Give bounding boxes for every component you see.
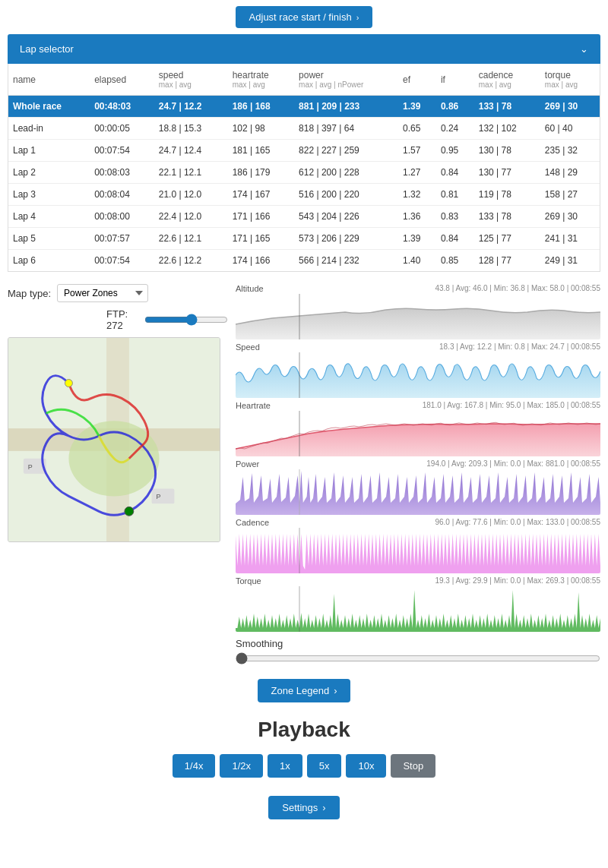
table-row[interactable]: Lap 500:07:5722.6 | 12.1171 | 165573 | 2… (8, 228, 600, 250)
heartrate-stats: 181.0 | Avg: 167.8 | Min: 95.0 | Max: 18… (423, 401, 600, 410)
cell-power: 612 | 200 | 228 (294, 162, 398, 184)
settings-chevron: › (322, 802, 325, 813)
cell-speed: 21.0 | 12.0 (154, 184, 228, 206)
table-row[interactable]: Lap 200:08:0322.1 | 12.1186 | 179612 | 2… (8, 162, 600, 184)
cell-speed: 22.6 | 12.2 (154, 250, 228, 272)
ftp-row: FTP: 272 (8, 308, 228, 331)
playback-quarter-btn[interactable]: 1/4x (173, 754, 216, 778)
cell-ef: 1.39 (398, 228, 436, 250)
cell-torque: 241 | 31 (540, 228, 600, 250)
cell-torque: 60 | 40 (540, 118, 600, 140)
cell-torque: 158 | 27 (540, 184, 600, 206)
map-type-select[interactable]: Power Zones Speed Heartrate Cadence (57, 284, 148, 302)
settings-label: Settings (282, 802, 318, 813)
cell-if: 0.85 (436, 250, 474, 272)
lap-table: name elapsed speedmax | avg heartratemax… (8, 64, 600, 271)
cell-elapsed: 00:08:04 (90, 184, 154, 206)
cell-speed: 22.1 | 12.1 (154, 162, 228, 184)
col-heartrate: heartratemax | avg (228, 64, 294, 96)
table-row[interactable]: Lead-in00:00:0518.8 | 15.3102 | 98818 | … (8, 118, 600, 140)
cell-heartrate: 186 | 179 (228, 162, 294, 184)
adjust-race-label: Adjust race start / finish (249, 11, 352, 23)
heartrate-chart-block: Heartrate 181.0 | Avg: 167.8 | Min: 95.0… (236, 401, 600, 456)
cell-name: Lap 2 (8, 162, 90, 184)
cell-heartrate: 186 | 168 (228, 96, 294, 118)
speed-chart-block: Speed 18.3 | Avg: 12.2 | Min: 0.8 | Max:… (236, 342, 600, 398)
col-cadence: cadencemax | avg (474, 64, 540, 96)
heartrate-chart-area (236, 411, 600, 456)
zone-legend-label: Zone Legend (271, 685, 330, 696)
cell-heartrate: 171 | 166 (228, 206, 294, 228)
cell-ef: 1.36 (398, 206, 436, 228)
cell-power: 543 | 204 | 226 (294, 206, 398, 228)
smoothing-slider[interactable] (236, 652, 600, 664)
playback-1x-btn[interactable]: 1x (268, 754, 302, 778)
altitude-chart-area (236, 294, 600, 339)
smoothing-label: Smoothing (236, 638, 600, 649)
cell-ef: 0.65 (398, 118, 436, 140)
cell-if: 0.95 (436, 140, 474, 162)
table-row[interactable]: Lap 100:07:5424.7 | 12.4181 | 165822 | 2… (8, 140, 600, 162)
col-speed: speedmax | avg (154, 64, 228, 96)
cell-power: 516 | 200 | 220 (294, 184, 398, 206)
altitude-svg (236, 294, 600, 339)
lap-table-head: name elapsed speedmax | avg heartratemax… (8, 64, 600, 96)
ftp-slider[interactable] (144, 314, 228, 326)
cell-power: 881 | 209 | 233 (294, 96, 398, 118)
cell-cadence: 130 | 77 (474, 162, 540, 184)
lap-table-wrapper: name elapsed speedmax | avg heartratemax… (8, 64, 600, 272)
settings-button[interactable]: Settings › (268, 796, 339, 819)
svg-point-8 (65, 380, 72, 387)
top-bar: Adjust race start / finish › (0, 0, 608, 34)
cell-name: Lap 5 (8, 228, 90, 250)
ftp-label: FTP: 272 (106, 308, 138, 331)
cell-elapsed: 00:07:57 (90, 228, 154, 250)
cell-if: 0.24 (436, 118, 474, 140)
cell-power: 573 | 206 | 229 (294, 228, 398, 250)
table-row[interactable]: Lap 600:07:5422.6 | 12.2174 | 166566 | 2… (8, 250, 600, 272)
power-stats: 194.0 | Avg: 209.3 | Min: 0.0 | Max: 881… (426, 459, 600, 469)
smoothing-row: Smoothing (236, 638, 600, 667)
heartrate-label: Heartrate (236, 401, 271, 410)
cell-ef: 1.40 (398, 250, 436, 272)
cadence-label: Cadence (236, 518, 269, 527)
torque-svg (236, 586, 600, 632)
map-container: P P (8, 337, 220, 542)
svg-text:P: P (28, 463, 33, 471)
table-row[interactable]: Whole race00:48:0324.7 | 12.2186 | 16888… (8, 96, 600, 118)
playback-10x-btn[interactable]: 10x (346, 754, 386, 778)
cell-cadence: 128 | 77 (474, 250, 540, 272)
cell-if: 0.83 (436, 206, 474, 228)
zone-legend-button[interactable]: Zone Legend › (258, 679, 351, 702)
cell-power: 818 | 397 | 64 (294, 118, 398, 140)
cell-speed: 22.6 | 12.1 (154, 228, 228, 250)
cell-cadence: 133 | 78 (474, 96, 540, 118)
cell-name: Lap 4 (8, 206, 90, 228)
cell-if: 0.84 (436, 228, 474, 250)
cell-ef: 1.39 (398, 96, 436, 118)
lap-selector-container: Lap selector ⌄ name elapsed speedmax | a… (0, 34, 608, 272)
lap-selector-header[interactable]: Lap selector ⌄ (8, 34, 600, 64)
cell-elapsed: 00:08:00 (90, 206, 154, 228)
svg-rect-5 (152, 489, 175, 504)
adjust-race-button[interactable]: Adjust race start / finish › (236, 6, 373, 28)
cell-heartrate: 174 | 167 (228, 184, 294, 206)
torque-chart-label: Torque 19.3 | Avg: 29.9 | Min: 0.0 | Max… (236, 576, 600, 586)
playback-half-btn[interactable]: 1/2x (220, 754, 263, 778)
speed-svg (236, 352, 600, 398)
svg-point-9 (125, 507, 134, 516)
table-row[interactable]: Lap 300:08:0421.0 | 12.0174 | 167516 | 2… (8, 184, 600, 206)
right-panel: Altitude 43.8 | Avg: 46.0 | Min: 36.8 | … (228, 284, 600, 667)
heartrate-svg (236, 411, 600, 456)
altitude-chart-label: Altitude 43.8 | Avg: 46.0 | Min: 36.8 | … (236, 284, 600, 293)
lap-table-body: Whole race00:48:0324.7 | 12.2186 | 16888… (8, 96, 600, 272)
cell-cadence: 133 | 78 (474, 206, 540, 228)
playback-5x-btn[interactable]: 5x (307, 754, 342, 778)
playback-stop-btn[interactable]: Stop (391, 754, 435, 778)
cell-speed: 22.4 | 12.0 (154, 206, 228, 228)
table-row[interactable]: Lap 400:08:0022.4 | 12.0171 | 166543 | 2… (8, 206, 600, 228)
cell-elapsed: 00:00:05 (90, 118, 154, 140)
cell-speed: 18.8 | 15.3 (154, 118, 228, 140)
power-chart-area (236, 469, 600, 515)
lap-selector-chevron: ⌄ (580, 43, 588, 55)
